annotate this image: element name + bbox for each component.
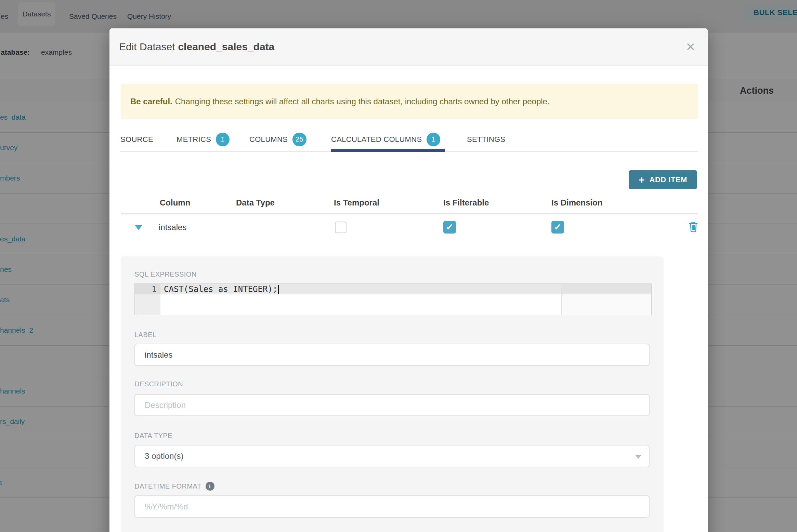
tab-label: CALCULATED COLUMNS [331,135,422,144]
data-type-value: 3 option(s) [145,451,183,461]
text-cursor [278,285,279,294]
tab-label: COLUMNS [249,135,288,144]
row-expander-caret-icon[interactable] [135,225,142,230]
description-input[interactable] [134,394,650,416]
column-detail-panel: SQL EXPRESSION 1 CAST(Sales as INTEGER);… [121,256,664,532]
label-input[interactable] [134,344,650,366]
column-header-is-dimension: Is Dimension [551,195,602,211]
editor-margin-area [562,284,651,315]
warning-banner-bold: Be careful. [130,97,172,106]
table-header-divider [121,213,698,214]
datetime-format-label-text: DATETIME FORMAT [134,482,201,490]
add-item-button[interactable]: + ADD ITEM [629,170,697,189]
sql-code-text: CAST(Sales as INTEGER); [164,284,277,294]
close-icon[interactable]: ✕ [686,41,696,53]
datetime-format-input[interactable] [134,495,650,518]
tab-label: SOURCE [120,135,153,144]
warning-banner: Be careful. Changing these settings will… [121,84,698,119]
delete-trash-icon[interactable] [688,221,698,234]
is-temporal-checkbox[interactable] [335,222,347,233]
tab-label: METRICS [177,135,211,144]
calculated-column-name: intsales [159,220,186,235]
column-header-column: Column [160,195,190,211]
info-icon[interactable]: i [206,482,214,491]
description-field-label: DESCRIPTION [134,380,183,388]
sql-expression-editor[interactable]: 1 CAST(Sales as INTEGER); [134,283,652,315]
sql-code-line[interactable]: CAST(Sales as INTEGER); [164,284,279,294]
modal-header: Edit Datasetcleaned_sales_data ✕ [109,28,708,66]
tab-source[interactable]: SOURCE [120,128,153,150]
chevron-down-icon [635,455,641,459]
dataset-name: cleaned_sales_data [178,41,274,52]
columns-count-badge: 25 [292,133,306,146]
modal-title: Edit Datasetcleaned_sales_data [119,41,274,53]
is-filterable-checkbox[interactable]: ✓ [443,221,456,234]
tab-label: SETTINGS [467,135,505,144]
active-tab-indicator [331,149,445,152]
tab-settings[interactable]: SETTINGS [467,128,505,150]
datetime-format-field-label: DATETIME FORMAT i [134,482,214,490]
data-type-select[interactable]: 3 option(s) [134,445,650,467]
tab-columns[interactable]: COLUMNS 25 [249,128,306,150]
column-header-is-temporal: Is Temporal [334,195,379,211]
plus-icon: + [639,175,645,185]
column-header-data-type: Data Type [236,195,275,211]
tab-metrics[interactable]: METRICS 1 [177,128,230,150]
modal-title-prefix: Edit Dataset [119,41,175,52]
modal-tabs: SOURCE METRICS 1 COLUMNS 25 CALCULATED C… [120,128,698,152]
edit-dataset-modal: Edit Datasetcleaned_sales_data ✕ Be care… [109,28,708,532]
add-item-label: ADD ITEM [650,175,687,184]
sql-expression-label: SQL EXPRESSION [134,270,197,278]
data-type-field-label: DATA TYPE [134,431,172,440]
screen: es Datasets Saved Queries Query History … [0,0,797,532]
warning-banner-text: Changing these settings will affect all … [175,97,550,106]
tab-calculated-columns[interactable]: CALCULATED COLUMNS 1 [331,128,440,150]
column-header-is-filterable: Is Filterable [443,195,489,211]
calculated-columns-count-badge: 1 [427,133,440,146]
editor-line-number: 1 [135,284,160,294]
is-dimension-checkbox[interactable]: ✓ [551,221,564,234]
label-field-label: LABEL [134,331,157,339]
metrics-count-badge: 1 [216,133,230,146]
